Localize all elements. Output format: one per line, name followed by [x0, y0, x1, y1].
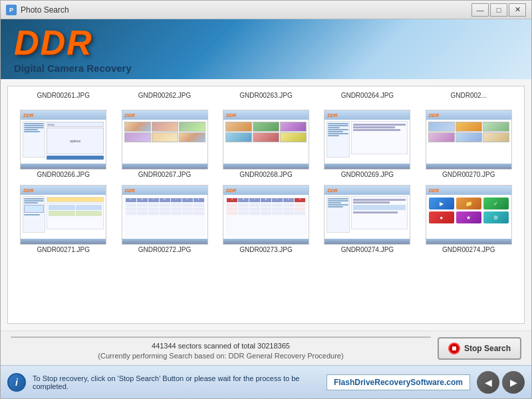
photo-label: GNDR00266.JPG — [37, 171, 89, 178]
photo-thumb: DDR — [122, 110, 208, 170]
photo-thumb: DDR — [20, 185, 106, 245]
next-button[interactable]: ▶ — [502, 371, 525, 394]
filename-row: GNDR00261.JPG GNDR00262.JPG GNDR00263.JP… — [8, 86, 524, 102]
header-text-group: DDR Digital Camera Recovery — [14, 25, 132, 74]
photo-label: GNDR00269.JPG — [341, 171, 394, 178]
photo-thumb: DDR — [223, 110, 309, 170]
filename-cell: GNDR00264.JPG — [317, 90, 417, 100]
main-window: P Photo Search — □ ✕ DDR Digital Camera … — [0, 0, 532, 399]
list-item[interactable]: DDR — [216, 107, 316, 181]
photo-thumb: DDR fields options — [20, 110, 106, 170]
list-item[interactable]: DDR — [114, 107, 214, 181]
window-title: Photo Search — [21, 5, 69, 15]
progress-bar-container — [11, 336, 431, 338]
title-bar: P Photo Search — □ ✕ — [1, 1, 531, 19]
progress-area: 441344 sectors scanned of total 30218365… — [1, 331, 531, 365]
prev-button[interactable]: ◀ — [477, 371, 499, 394]
photo-thumb: DDR ▶ 📁 ✓ ● ★ ⚙ — [426, 185, 512, 245]
progress-row: 441344 sectors scanned of total 30218365… — [11, 336, 521, 360]
info-icon: i — [7, 373, 26, 392]
nav-buttons: ◀ ▶ — [477, 371, 525, 394]
list-item[interactable]: DDR — [317, 107, 417, 181]
minimize-button[interactable]: — — [471, 3, 489, 17]
list-item[interactable]: DDR fields options — [13, 107, 113, 181]
photo-thumb: DDR S M T W T F — [223, 185, 309, 245]
photo-thumb: DDR — [324, 110, 410, 170]
website-badge: FlashDriveRecoverySoftware.com — [327, 374, 470, 390]
ddr-logo: DDR — [14, 25, 132, 60]
photo-label: GNDR00268.JPG — [239, 171, 292, 178]
photo-thumb: DDR S M T W T F — [122, 185, 208, 245]
photo-grid-container[interactable]: GNDR00261.JPG GNDR00262.JPG GNDR00263.JP… — [7, 86, 525, 324]
list-item[interactable]: DDR S M T W T F — [114, 182, 214, 256]
stop-search-label: Stop Search — [464, 344, 511, 353]
title-bar-left: P Photo Search — [6, 5, 69, 15]
photo-label: GNDR00272.JPG — [138, 246, 191, 253]
stop-icon — [448, 342, 460, 354]
list-item[interactable]: DDR ▶ 📁 ✓ ● ★ ⚙ — [419, 182, 519, 256]
filename-cell: GNDR00263.JPG — [216, 90, 316, 100]
window-controls: — □ ✕ — [471, 3, 526, 17]
maximize-button[interactable]: □ — [490, 3, 507, 17]
close-button[interactable]: ✕ — [509, 3, 526, 17]
photo-grid: DDR fields options — [8, 102, 524, 261]
main-content: GNDR00261.JPG GNDR00262.JPG GNDR00263.JP… — [1, 79, 531, 365]
app-header: DDR Digital Camera Recovery — [1, 19, 531, 79]
photo-label: GNDR00271.JPG — [37, 246, 89, 253]
app-subtitle: Digital Camera Recovery — [14, 63, 132, 74]
progress-procedure-text: (Currently performing Search based on: D… — [11, 352, 431, 360]
photo-label: GNDR00274.JPG — [442, 246, 495, 253]
stop-search-button[interactable]: Stop Search — [438, 337, 521, 360]
photo-label: GNDR00267.JPG — [138, 171, 191, 178]
filename-cell: GNDR00261.JPG — [13, 90, 113, 100]
list-item[interactable]: DDR — [13, 182, 113, 256]
photo-thumb: DDR — [426, 110, 512, 170]
photo-label: GNDR00270.JPG — [442, 171, 495, 178]
progress-scanned-text: 441344 sectors scanned of total 30218365 — [11, 342, 431, 350]
photo-label: GNDR00273.JPG — [239, 246, 292, 253]
app-icon: P — [6, 5, 17, 15]
list-item[interactable]: DDR — [317, 182, 417, 256]
photo-label: GNDR00274.JPG — [341, 246, 394, 253]
filename-cell: GNDR002... — [419, 90, 519, 100]
photo-thumb: DDR — [324, 185, 410, 245]
bottom-bar: i To Stop recovery, click on 'Stop Searc… — [1, 365, 531, 398]
list-item[interactable]: DDR S M T W T F — [216, 182, 316, 256]
stop-icon-square — [452, 346, 456, 350]
filename-cell: GNDR00262.JPG — [114, 90, 214, 100]
list-item[interactable]: DDR — [419, 107, 519, 181]
info-message: To Stop recovery, click on 'Stop Search'… — [33, 374, 320, 390]
